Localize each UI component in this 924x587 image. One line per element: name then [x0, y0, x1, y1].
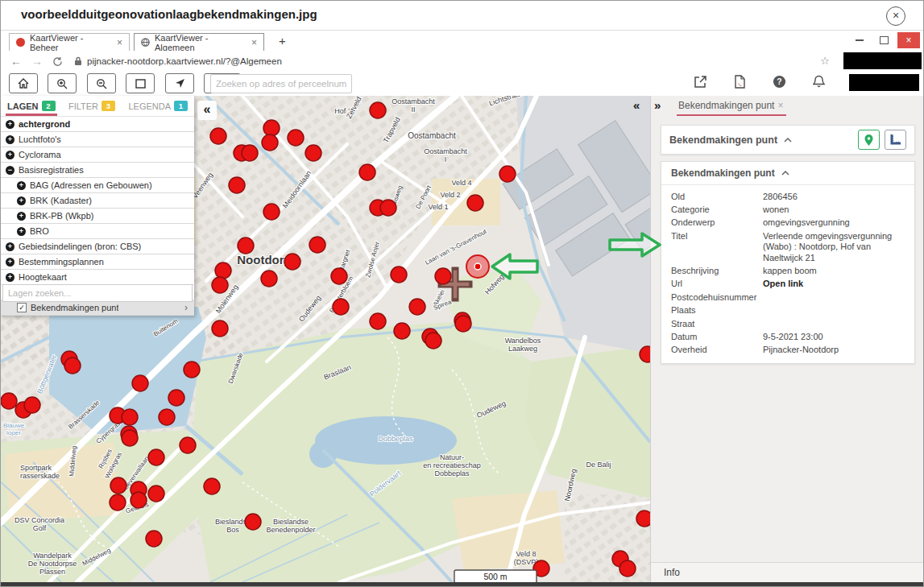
announcement-point[interactable] — [263, 120, 280, 136]
announcement-point[interactable] — [309, 237, 325, 253]
announcement-point[interactable] — [131, 492, 147, 508]
announcement-point[interactable] — [24, 397, 40, 413]
announcement-point[interactable] — [619, 560, 636, 577]
announcement-point[interactable] — [110, 477, 126, 494]
layer-row-brk-kadaster-[interactable]: +BRK (Kadaster) — [1, 193, 194, 209]
expand-node-icon[interactable]: + — [17, 212, 26, 221]
announcement-point[interactable] — [146, 531, 162, 547]
sidebar-tab-filter[interactable]: FILTER3 — [67, 96, 117, 116]
sidebar-collapse-button[interactable]: « — [197, 101, 217, 120]
announcement-point[interactable] — [242, 145, 258, 161]
home-button[interactable] — [9, 73, 38, 93]
info-section-header[interactable]: Info — [651, 562, 924, 582]
expand-node-icon[interactable]: + — [17, 227, 26, 236]
announcement-point[interactable] — [238, 238, 254, 254]
announcement-point[interactable] — [359, 164, 375, 180]
expand-node-icon[interactable]: + — [6, 273, 15, 282]
layer-row-gebiedsindelingen-bron-cbs-[interactable]: +Gebiedsindelingen (bron: CBS) — [1, 239, 194, 254]
expand-node-icon[interactable]: + — [6, 242, 15, 251]
announcement-point[interactable] — [122, 430, 138, 446]
address-search-input[interactable] — [210, 74, 352, 93]
close-icon[interactable]: × — [886, 6, 905, 26]
zoom-in-button[interactable] — [48, 73, 77, 93]
panel-collapse-right[interactable]: » — [654, 98, 661, 112]
restore-button[interactable] — [873, 32, 894, 48]
sidebar-tab-lagen[interactable]: LAGEN2 — [6, 96, 57, 116]
measure-ruler-button[interactable] — [885, 130, 906, 150]
layer-row-bro[interactable]: +BRO — [1, 224, 194, 239]
chevron-up-icon[interactable] — [784, 138, 792, 143]
announcement-point[interactable] — [215, 262, 231, 279]
export-pdf-icon[interactable] — [734, 75, 746, 89]
browser-tab-beheer[interactable]: KaartViewer - Beheer × — [9, 33, 130, 51]
layer-options-arrow-icon[interactable]: › — [184, 302, 188, 313]
notifications-bell-icon[interactable] — [813, 75, 825, 89]
announcement-point[interactable] — [263, 204, 280, 220]
back-icon[interactable]: ← — [10, 55, 22, 68]
announcement-point[interactable] — [333, 299, 349, 315]
expand-node-icon[interactable]: + — [17, 196, 26, 205]
announcement-point[interactable] — [262, 134, 278, 151]
announcement-point[interactable] — [305, 145, 321, 161]
announcement-point[interactable] — [210, 128, 226, 144]
zoom-to-feature-pin-button[interactable] — [858, 130, 880, 150]
expand-node-icon[interactable]: + — [6, 135, 15, 144]
tab-close-icon[interactable]: × — [117, 37, 122, 48]
announcement-point[interactable] — [391, 267, 407, 283]
locate-button[interactable] — [165, 73, 194, 93]
panel-tab-close-icon[interactable]: × — [777, 100, 783, 111]
announcement-point[interactable] — [288, 130, 304, 146]
announcement-point[interactable] — [284, 254, 300, 270]
announcement-point[interactable] — [132, 375, 148, 391]
announcement-point[interactable] — [148, 486, 164, 502]
layer-row-bag-adressen-en-gebouwen-[interactable]: +BAG (Adressen en Gebouwen) — [1, 178, 194, 193]
announcement-point[interactable] — [409, 299, 425, 315]
window-close-button[interactable]: × — [897, 32, 920, 48]
layer-row-bestemmingsplannen[interactable]: +Bestemmingsplannen — [1, 254, 194, 270]
zoom-out-button[interactable] — [87, 73, 116, 93]
announcement-point[interactable] — [110, 494, 126, 511]
minimize-button[interactable] — [849, 32, 870, 48]
new-tab-button[interactable]: + — [279, 34, 286, 48]
announcement-point[interactable] — [229, 177, 245, 193]
announcement-point[interactable] — [1, 393, 17, 409]
layer-row-brk-pb-wkpb-[interactable]: +BRK-PB (Wkpb) — [1, 209, 194, 224]
announcement-point[interactable] — [370, 102, 386, 118]
tab-close-icon[interactable]: × — [251, 37, 257, 48]
announcement-point[interactable] — [64, 358, 81, 374]
announcement-point[interactable] — [331, 268, 347, 284]
url-text[interactable]: pijnacker-nootdorp.kaartviewer.nl/?@Alge… — [87, 56, 282, 66]
announcement-point[interactable] — [159, 409, 175, 425]
selected-announcement-point[interactable] — [474, 263, 481, 270]
layer-row-achtergrond[interactable]: +achtergrond — [1, 117, 194, 132]
expand-node-icon[interactable]: + — [17, 181, 26, 190]
forward-icon[interactable]: → — [31, 55, 43, 68]
open-external-icon[interactable] — [694, 75, 707, 89]
layer-row-basisregistraties[interactable]: −Basisregistraties — [1, 163, 194, 178]
extent-button[interactable] — [126, 73, 155, 93]
layer-search-input[interactable] — [2, 284, 193, 302]
collapse-node-icon[interactable]: − — [6, 166, 15, 175]
announcement-point[interactable] — [499, 166, 516, 182]
expand-node-icon[interactable]: + — [6, 120, 15, 129]
layer-row-hoogtekaart[interactable]: +Hoogtekaart — [1, 270, 194, 285]
announcement-point[interactable] — [640, 346, 650, 362]
announcement-point[interactable] — [435, 268, 451, 284]
announcement-point[interactable] — [380, 200, 396, 216]
announcement-point[interactable] — [370, 313, 386, 329]
announcement-point[interactable] — [148, 449, 164, 465]
announcement-point[interactable] — [212, 320, 228, 337]
layer-row-luchtfoto-s[interactable]: +Luchtfoto's — [1, 132, 194, 147]
expand-node-icon[interactable]: + — [6, 151, 15, 159]
announcement-point[interactable] — [122, 409, 138, 425]
bookmark-star-icon[interactable]: ☆ — [820, 55, 830, 67]
announcement-point[interactable] — [168, 390, 184, 406]
announcement-point[interactable] — [204, 478, 220, 494]
announcement-point[interactable] — [455, 316, 471, 332]
panel-tab-bekendmakingen-punt[interactable]: Bekendmakingen punt× — [677, 100, 786, 116]
announcement-point[interactable] — [394, 323, 410, 339]
sidebar-tab-legenda[interactable]: LEGENDA1 — [126, 96, 189, 116]
feature-section-header[interactable]: Bekendmakingen punt — [661, 162, 914, 185]
layer-row-bekendmakingen-punt[interactable]: ✓Bekendmakingen punt› — [1, 300, 194, 316]
layer-row-cyclorama[interactable]: +Cyclorama — [1, 147, 194, 163]
